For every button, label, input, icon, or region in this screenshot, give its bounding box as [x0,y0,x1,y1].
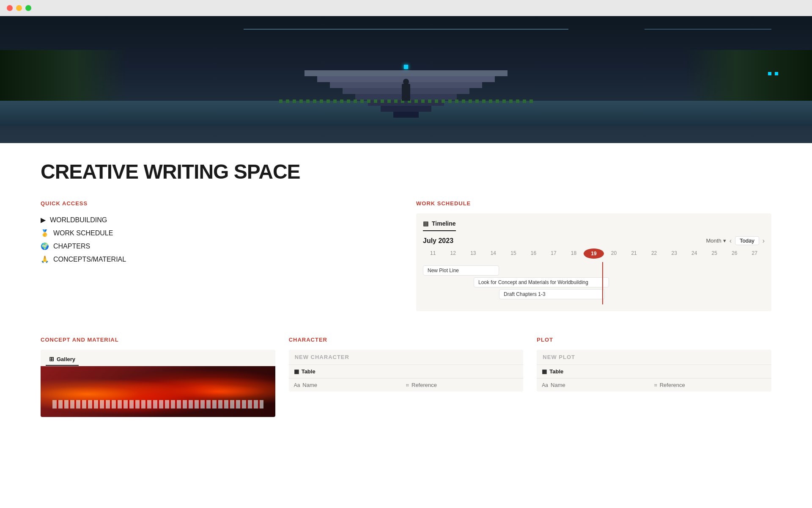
cyan-dot-2 [775,72,778,75]
next-month-button[interactable]: › [763,237,765,245]
character-table-label: Table [302,368,315,375]
gallery-tab-label: Gallery [57,356,75,362]
cyan-dot [404,65,408,69]
quick-access-list: ▶ WORLDBUILDING 🥇 WORK SCHEDULE 🌍 CHAPTE… [41,213,396,266]
plot-col-name: Aa Name [542,382,654,388]
date-26: 26 [724,248,745,259]
date-18: 18 [564,248,584,259]
plot-table-label: Table [549,368,563,375]
quick-access-worldbuilding[interactable]: ▶ WORLDBUILDING [41,213,396,226]
month-selector-label: Month [706,237,721,244]
quick-access-work-schedule[interactable]: 🥇 WORK SCHEDULE [41,226,396,240]
date-22: 22 [644,248,664,259]
character-col-name: Aa Name [294,382,406,388]
date-21: 21 [624,248,644,259]
timeline-bar-draft[interactable]: Draft Chapters 1-3 [499,289,605,299]
window-chrome [0,0,812,16]
demon-face [41,366,275,417]
date-19-today: 19 [584,248,604,259]
page-content: CREATIVE WRITING SPACE QUICK ACCESS ▶ WO… [0,16,812,434]
character-header: CHARACTER [289,337,524,345]
figure [402,84,410,101]
date-24: 24 [684,248,705,259]
quick-access-chapters[interactable]: 🌍 CHAPTERS [41,240,396,253]
light-line-right [645,29,771,30]
timeline-bar-concept[interactable]: Look for Concept and Materials for World… [474,277,609,287]
timeline-tab-icon: ▤ [423,220,428,227]
timeline-bar-label-2: Look for Concept and Materials for World… [478,279,588,285]
date-row: 11 12 13 14 15 16 17 18 19 20 21 22 23 2… [423,248,765,259]
date-17: 17 [543,248,564,259]
plot-name-label: Name [551,382,565,388]
date-20: 20 [604,248,624,259]
date-16: 16 [524,248,544,259]
plot-header: PLOT [537,337,771,345]
date-27: 27 [745,248,765,259]
minimize-button[interactable] [16,5,22,11]
gallery-tab[interactable]: ⊞ Gallery [46,353,79,366]
light-line-top [244,29,568,30]
link-icon-plot-ref: ⌗ [654,382,657,388]
concept-material-header: CONCEPT AND MATERIAL [41,337,275,345]
close-button[interactable] [7,5,13,11]
prev-month-button[interactable]: ‹ [730,237,732,245]
text-icon-name: Aa [294,382,300,388]
page-body: CREATIVE WRITING SPACE QUICK ACCESS ▶ WO… [0,143,812,434]
medal-icon: 🥇 [41,229,49,237]
concepts-label: CONCEPTS/MATERIAL [53,256,126,263]
timeline-header: July 2023 Month ▾ ‹ Today › [423,236,765,245]
quick-access-panel: QUICK ACCESS ▶ WORLDBUILDING 🥇 WORK SCHE… [41,200,396,311]
gallery-tab-bar: ⊞ Gallery [41,350,275,366]
character-reference-label: Reference [411,382,437,388]
work-schedule-box: ▤ Timeline July 2023 Month ▾ ‹ Today [416,213,771,311]
teeth-bar [52,400,263,409]
character-table-cols: Aa Name ⌗ Reference [289,378,524,392]
today-button[interactable]: Today [735,236,759,245]
bottom-section: CONCEPT AND MATERIAL ⊞ Gallery [41,337,771,417]
character-col-reference: ⌗ Reference [406,382,518,388]
plot-box: NEW PLOT ▦ Table Aa Name ⌗ Reference [537,350,771,392]
timeline-controls: Month ▾ ‹ Today › [706,236,765,245]
quick-access-concepts[interactable]: 🙏 CONCEPTS/MATERIAL [41,253,396,266]
character-table-icon: ▦ [294,368,299,375]
timeline-tab[interactable]: ▤ Timeline [423,220,456,231]
concept-material-panel: CONCEPT AND MATERIAL ⊞ Gallery [41,337,275,417]
maximize-button[interactable] [25,5,31,11]
plot-col-reference: ⌗ Reference [654,382,766,388]
link-icon-ref: ⌗ [406,382,409,388]
timeline-month: July 2023 [423,237,453,245]
pray-icon: 🙏 [41,255,49,263]
date-25: 25 [704,248,724,259]
character-name-label: Name [302,382,317,388]
text-icon-plot-name: Aa [542,382,548,388]
work-schedule-panel: WORK SCHEDULE ▤ Timeline July 2023 Month [416,200,771,311]
character-table-header: ▦ Table [289,365,524,378]
plot-table-header: ▦ Table [537,365,771,378]
plot-table-icon: ▦ [542,368,547,375]
date-14: 14 [483,248,504,259]
hero-banner [0,16,812,143]
date-11: 11 [423,248,443,259]
plot-panel: PLOT NEW PLOT ▦ Table Aa Name ⌗ [537,337,771,417]
today-line [602,262,603,304]
month-selector[interactable]: Month ▾ [706,237,726,244]
chapters-label: CHAPTERS [53,243,90,250]
timeline-tab-label: Timeline [432,220,456,227]
date-15: 15 [503,248,524,259]
cyan-dots-right [768,72,778,75]
new-plot-bar[interactable]: NEW PLOT [537,350,771,365]
timeline-bar-new-plot[interactable]: New Plot Line [423,265,499,276]
date-12: 12 [443,248,464,259]
top-section: QUICK ACCESS ▶ WORLDBUILDING 🥇 WORK SCHE… [41,200,771,311]
character-panel: CHARACTER NEW CHARACTER ▦ Table Aa Name … [289,337,524,417]
work-schedule-header: WORK SCHEDULE [416,200,771,207]
date-13: 13 [463,248,483,259]
globe-icon: 🌍 [41,242,49,250]
chevron-down-icon: ▾ [723,237,726,244]
new-character-bar[interactable]: NEW CHARACTER [289,350,524,365]
timeline-items: New Plot Line Look for Concept and Mater… [423,262,765,304]
cyan-dot-1 [768,72,771,75]
quick-access-header: QUICK ACCESS [41,200,396,207]
date-23: 23 [664,248,684,259]
gallery-tab-icon: ⊞ [49,356,54,362]
